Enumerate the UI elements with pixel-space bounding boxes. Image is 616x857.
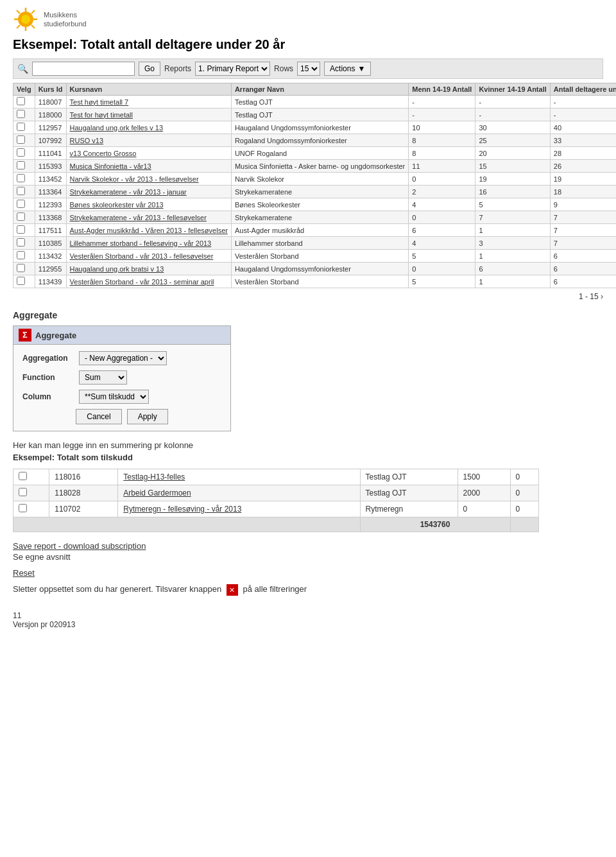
row-checkbox[interactable] xyxy=(17,161,25,169)
row-checkbox[interactable] xyxy=(17,110,25,118)
rows-label: Rows xyxy=(274,64,293,73)
version-text: Versjon pr 020913 xyxy=(13,620,603,629)
result-row-checkbox[interactable] xyxy=(19,504,27,512)
info-line1: Her kan man legge inn en summering pr ko… xyxy=(13,440,603,450)
table-row: 113452Narvik Skolekor - vår 2013 - felle… xyxy=(13,173,617,186)
aggregate-title: Σ Aggregate xyxy=(13,326,230,345)
aggregation-label: Aggregation xyxy=(22,354,74,363)
aggregation-select[interactable]: - New Aggregation - xyxy=(79,351,167,365)
table-row: 107992RUSO v13Rogaland Ungdomssymfoniork… xyxy=(13,134,617,147)
svg-line-6 xyxy=(17,10,20,13)
course-name-link[interactable]: Bønes skoleorkester vår 2013 xyxy=(70,201,164,209)
svg-line-8 xyxy=(31,10,35,13)
row-checkbox[interactable] xyxy=(17,97,25,105)
col-header-kvinner: Kvinner 14-19 Antall xyxy=(475,83,550,96)
col-header-menn: Menn 14-19 Antall xyxy=(409,83,475,96)
logo-area: Musikkens studieforbund xyxy=(13,6,603,32)
row-checkbox[interactable] xyxy=(17,148,25,157)
logo-text: Musikkens studieforbund xyxy=(44,10,87,29)
total-value: 1543760 xyxy=(360,517,510,532)
table-row: 113364Strykekameratene - vår 2013 - janu… xyxy=(13,186,617,198)
sigma-icon: Σ xyxy=(19,329,31,342)
row-checkbox[interactable] xyxy=(17,200,25,208)
result-name-link[interactable]: Rytmeregn - fellesøving - vår 2013 xyxy=(123,505,241,514)
course-name-link[interactable]: Narvik Skolekor - vår 2013 - fellesøvels… xyxy=(70,175,199,183)
course-name-link[interactable]: Strykekameratene - vår 2013 - januar xyxy=(70,188,187,196)
course-name-link[interactable]: Vesterålen Storband - vår 2013 - seminar… xyxy=(70,278,214,286)
total-row: 1543760 xyxy=(13,517,539,532)
info-line2: Eksempel: Totalt som tilskudd xyxy=(13,453,603,462)
reports-label: Reports xyxy=(164,64,191,73)
result-row: 110702Rytmeregn - fellesøving - vår 2013… xyxy=(13,501,539,517)
reset-link[interactable]: Reset xyxy=(13,568,35,578)
sletter-section: Sletter oppsettet som du har generert. T… xyxy=(13,584,603,596)
x-icon: ✕ xyxy=(227,584,238,596)
result-row: 118028Arbeid GardermoenTestlag OJT20000 xyxy=(13,485,539,501)
result-table: 118016Testlag-H13-fellesTestlag OJT15000… xyxy=(13,469,539,532)
result-row-checkbox[interactable] xyxy=(19,488,27,496)
table-row: 113432Vesterålen Storband - vår 2013 - f… xyxy=(13,250,617,263)
course-name-link[interactable]: Test høyt timetall 7 xyxy=(70,98,129,106)
result-name-link[interactable]: Arbeid Gardermoen xyxy=(123,489,191,498)
see-avsnitt-text: Se egne avsnitt xyxy=(13,552,603,562)
course-name-link[interactable]: Haugaland ung.ork felles v 13 xyxy=(70,124,164,132)
search-icon: 🔍 xyxy=(17,64,28,74)
links-section: Save report - download subscription Se e… xyxy=(13,541,603,562)
row-checkbox[interactable] xyxy=(17,251,25,259)
row-checkbox[interactable] xyxy=(17,277,25,285)
course-name-link[interactable]: RUSO v13 xyxy=(70,137,104,144)
column-label: Column xyxy=(22,392,74,401)
table-row: 112393Bønes skoleorkester vår 2013Bønes … xyxy=(13,198,617,211)
course-name-link[interactable]: Vesterålen Storband - vår 2013 - fellesø… xyxy=(70,252,214,260)
page-title: Eksempel: Totalt antall deltagere under … xyxy=(13,37,603,52)
row-checkbox[interactable] xyxy=(17,225,25,234)
function-select[interactable]: Sum Count Average Max Min xyxy=(79,370,127,385)
aggregate-heading: Aggregate xyxy=(13,310,603,320)
col-header-id: Kurs Id xyxy=(35,83,66,96)
rows-select[interactable]: 15 25 50 xyxy=(297,62,320,76)
cancel-button[interactable]: Cancel xyxy=(76,409,121,424)
actions-button[interactable]: Actions ▼ xyxy=(324,62,371,76)
table-row: 110385Lillehammer storband - fellesøving… xyxy=(13,237,617,250)
result-row-checkbox[interactable] xyxy=(19,472,27,480)
course-name-link[interactable]: Lillehammer storband - fellesøving - vår… xyxy=(70,239,212,247)
row-checkbox[interactable] xyxy=(17,123,25,131)
chevron-down-icon: ▼ xyxy=(357,64,365,73)
col-header-arr: Arrangør Navn xyxy=(231,83,408,96)
function-label: Function xyxy=(22,373,74,382)
row-checkbox[interactable] xyxy=(17,212,25,221)
col-header-antall: Antall deltagere under 20 år ▼ xyxy=(550,83,616,96)
course-name-link[interactable]: Strykekameratene - vår 2013 - fellesøvel… xyxy=(70,214,207,221)
column-select[interactable]: **Sum tilskudd xyxy=(79,390,149,404)
next-page-link[interactable]: › xyxy=(601,292,603,301)
page-number: 11 xyxy=(13,611,603,620)
svg-line-9 xyxy=(17,25,20,28)
table-row: 112957Haugaland ung.ork felles v 13Hauga… xyxy=(13,121,617,134)
course-name-link[interactable]: Haugaland ung.ork bratsi v 13 xyxy=(70,265,164,273)
table-row: 113368Strykekameratene - vår 2013 - fell… xyxy=(13,211,617,224)
table-row: 112955Haugaland ung.ork bratsi v 13Hauga… xyxy=(13,263,617,275)
table-row: 118000Test for høyt timetallTestlag OJT-… xyxy=(13,108,617,121)
course-name-link[interactable]: Aust-Agder musikkråd - Våren 2013 - fell… xyxy=(70,227,228,234)
row-checkbox[interactable] xyxy=(17,187,25,195)
aggregation-row: Aggregation - New Aggregation - xyxy=(22,351,221,365)
aggregate-buttons: Cancel Apply xyxy=(22,409,221,424)
pagination: 1 - 15 › xyxy=(13,292,603,301)
row-checkbox[interactable] xyxy=(17,264,25,272)
result-name-link[interactable]: Testlag-H13-felles xyxy=(123,472,185,481)
search-input[interactable] xyxy=(32,62,135,76)
row-checkbox[interactable] xyxy=(17,174,25,182)
toolbar: 🔍 Go Reports 1. Primary Report Rows 15 2… xyxy=(13,58,603,79)
reports-select[interactable]: 1. Primary Report xyxy=(195,62,270,76)
course-name-link[interactable]: Test for høyt timetall xyxy=(70,111,133,119)
course-name-link[interactable]: v13 Concerto Grosso xyxy=(70,150,137,157)
course-name-link[interactable]: Musica Sinfonietta - vår13 xyxy=(70,162,151,170)
col-header-velg: Velg xyxy=(13,83,35,96)
sletter-text2: på alle filtreringer xyxy=(243,584,307,594)
apply-button[interactable]: Apply xyxy=(127,409,168,424)
row-checkbox[interactable] xyxy=(17,135,25,144)
column-row: Column **Sum tilskudd xyxy=(22,390,221,404)
save-report-link[interactable]: Save report - download subscription xyxy=(13,541,146,551)
row-checkbox[interactable] xyxy=(17,238,25,247)
go-button[interactable]: Go xyxy=(139,62,160,76)
